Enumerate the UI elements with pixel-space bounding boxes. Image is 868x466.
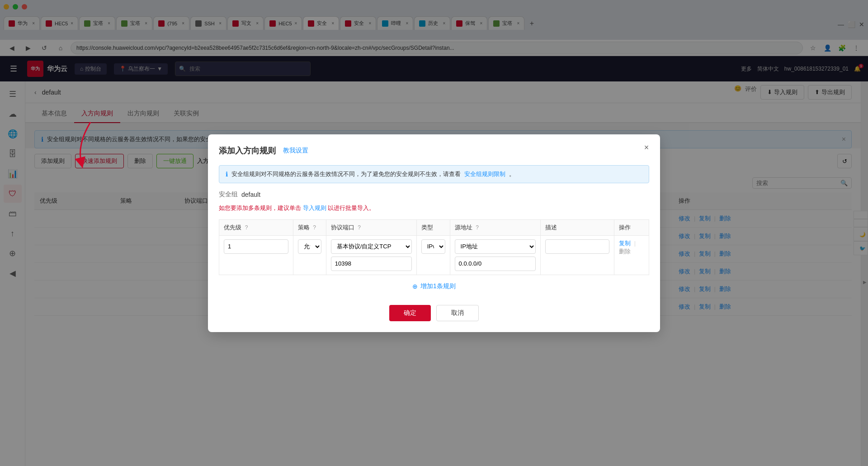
source-input[interactable]	[455, 257, 536, 271]
policy-select[interactable]: 允许 拒绝	[298, 239, 321, 254]
add-rule-label: 增加1条规则	[420, 282, 456, 290]
operations-cell: 复制 | 删除	[614, 235, 649, 275]
priority-cell	[219, 235, 293, 275]
source-type-select[interactable]: IP地址 安全组 IP地址组	[455, 239, 536, 254]
modal-overlay[interactable]: 添加入方向规则 教我设置 × ℹ 安全组规则对不同规格的云服务器生效情况不同，为…	[0, 0, 868, 466]
form-col-protocol: 协议端口 ?	[326, 219, 416, 235]
port-input[interactable]	[331, 257, 412, 271]
cancel-button[interactable]: 取消	[436, 305, 479, 321]
protocol-help-icon[interactable]: ?	[358, 224, 361, 231]
description-cell	[540, 235, 614, 275]
modal-title: 添加入方向规则	[219, 145, 276, 156]
form-col-description: 描述	[540, 219, 614, 235]
description-input[interactable]	[545, 239, 610, 254]
modal-notice-icon: ℹ	[226, 171, 228, 178]
protocol-select[interactable]: 基本协议/自定义TCP 基本协议/自定义UDP ALL	[331, 239, 412, 254]
rule-form-table: 优先级 ? 策略 ? 协议端口 ? 类型 源地址	[219, 219, 649, 275]
priority-help-icon[interactable]: ?	[245, 224, 248, 231]
protocol-cell: 基本协议/自定义TCP 基本协议/自定义UDP ALL	[326, 235, 416, 275]
form-col-source: 源地址 ?	[450, 219, 540, 235]
import-hint-suffix: 以进行批量导入。	[328, 204, 375, 211]
red-arrow-annotation	[72, 118, 108, 172]
form-col-type: 类型	[416, 219, 450, 235]
form-col-policy: 策略 ?	[293, 219, 326, 235]
modal-notice-link[interactable]: 安全组规则限制	[464, 170, 505, 178]
modal-footer: 确定 取消	[219, 298, 649, 321]
form-col-priority: 优先级 ?	[219, 219, 293, 235]
source-cell: IP地址 安全组 IP地址组	[450, 235, 540, 275]
modal-header: 添加入方向规则 教我设置	[219, 145, 649, 156]
sg-label: 安全组	[219, 190, 238, 199]
rule-form-row: 允许 拒绝 基本协议/自定义TCP 基本协议/自定义UDP ALL	[219, 235, 649, 275]
priority-input[interactable]	[224, 239, 288, 254]
sg-value: default	[241, 191, 260, 198]
delete-link[interactable]: 删除	[619, 248, 631, 255]
import-hint: 如您要添加多条规则，建议单击 导入规则 以进行批量导入。	[219, 204, 649, 212]
modal-close-button[interactable]: ×	[640, 142, 653, 154]
source-help-icon[interactable]: ?	[476, 224, 479, 231]
type-cell: IPv4 IPv6	[416, 235, 450, 275]
modal-notice-suffix: 。	[509, 170, 515, 178]
plus-icon: ⊕	[412, 283, 418, 290]
policy-help-icon[interactable]: ?	[313, 224, 316, 231]
modal-notice: ℹ 安全组规则对不同规格的云服务器生效情况不同，为了避免您的安全规则不生效，请查…	[219, 165, 649, 183]
modal-notice-text: 安全组规则对不同规格的云服务器生效情况不同，为了避免您的安全规则不生效，请查看	[231, 170, 461, 178]
confirm-button[interactable]: 确定	[389, 305, 431, 321]
import-hint-prefix: 如您要添加多条规则，建议单击	[219, 204, 301, 211]
form-col-operations: 操作	[614, 219, 649, 235]
import-hint-link[interactable]: 导入规则	[303, 204, 326, 211]
modal-add-inbound-rule: 添加入方向规则 教我设置 × ℹ 安全组规则对不同规格的云服务器生效情况不同，为…	[208, 134, 660, 332]
type-select[interactable]: IPv4 IPv6	[421, 239, 445, 254]
modal-help-link[interactable]: 教我设置	[283, 147, 308, 155]
add-rule-row[interactable]: ⊕ 增加1条规则	[219, 275, 649, 298]
sg-info: 安全组 default	[219, 190, 649, 199]
copy-link[interactable]: 复制	[619, 240, 631, 247]
policy-cell: 允许 拒绝	[293, 235, 326, 275]
